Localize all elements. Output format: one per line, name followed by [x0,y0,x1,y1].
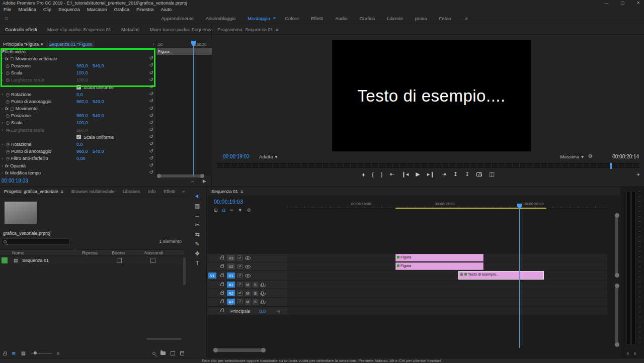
minimize-button[interactable]: — [605,1,609,5]
linked-selection-icon[interactable]: ∞ [230,208,233,213]
menu-aiuto[interactable]: Aiuto [157,7,175,12]
mute-button[interactable]: M [245,282,251,288]
workspace-fabio[interactable]: Fabio [433,13,457,24]
new-bin-button[interactable] [160,351,166,355]
add-marker-icon[interactable]: ▼ [238,208,243,213]
effect-row[interactable]: › fx Opacità ↺ [0,162,156,169]
track-lane-a3[interactable] [287,298,607,306]
playhead-line[interactable] [193,41,194,175]
reset-icon[interactable]: ↺ [149,141,153,146]
close-button[interactable]: ✕ [636,1,640,5]
reset-icon[interactable]: ↺ [149,120,153,125]
uniform-scale-checkbox[interactable]: ✓ [76,135,81,139]
track-target-a3[interactable]: A3 [227,299,235,305]
button-editor-plus[interactable]: + [636,171,640,178]
program-scrubber[interactable] [216,163,640,168]
track-target-v1[interactable]: V1 [227,273,235,279]
list-view-button[interactable]: ≣ [12,350,16,356]
stopwatch-icon[interactable]: ◷ [5,92,11,97]
voiceover-mic-icon[interactable] [261,300,264,304]
track-lock-icon[interactable] [220,257,224,259]
value-field[interactable]: 960,0 [76,113,88,118]
delete-button[interactable] [180,351,184,355]
track-output-eye-icon[interactable] [245,256,251,260]
workspace-apprendimento[interactable]: Apprendimento [155,13,199,24]
keyframe-clip-bar[interactable]: Figura [156,48,212,55]
track-lane-a1[interactable] [287,281,607,289]
fx-badge-icon[interactable]: fx [5,163,9,168]
workspace-montaggio[interactable]: Montaggio [242,13,276,24]
track-lock-icon[interactable] [220,284,224,286]
play-button[interactable]: ▶ [416,171,420,177]
reset-icon[interactable]: ↺ [149,84,153,89]
sync-lock-icon[interactable]: ⇄ [237,291,243,296]
find-button[interactable] [152,352,155,355]
menu-file[interactable]: File [0,7,15,12]
work-area-bar[interactable] [395,208,546,209]
tab-controllo-effetti[interactable]: Controllo effetti [0,24,42,35]
keyframe-hscrollbar[interactable] [159,174,202,177]
export-frame-button[interactable] [476,172,482,176]
reset-icon[interactable]: ↺ [149,55,153,61]
clip-figura-v3[interactable]: Figura [395,254,484,261]
effect-row[interactable]: › fx Modifica tempo ↺ [0,169,156,176]
timeline-settings-icon[interactable]: ⚙ [247,208,251,213]
project-search-box[interactable] [2,238,70,245]
tool-pen[interactable]: ✎ [195,241,199,247]
effect-controls-timecode[interactable]: 00:00:19:03 [2,178,28,184]
workspace-colore[interactable]: Colore [279,13,305,24]
track-target-a1[interactable]: A1 [227,282,235,288]
value-field[interactable]: 0,0 [76,92,83,97]
workspace-librerie[interactable]: Librerie [381,13,409,24]
stopwatch-icon[interactable]: ◷ [5,77,11,82]
menu-sequenza[interactable]: Sequenza [55,7,84,12]
track-output-eye-icon[interactable] [245,265,251,268]
track-target-v3[interactable]: V3 [227,255,235,261]
stopwatch-icon[interactable]: ◷ [5,120,11,125]
workspace-effetti[interactable]: Effetti [305,13,329,24]
project-item-row[interactable]: ▤ Sequenza 01 [0,257,184,264]
track-lane-a2[interactable] [287,289,607,297]
reset-icon[interactable]: ↺ [149,134,153,139]
keyframe-ruler[interactable]: :00 00:00:20 [156,41,212,48]
track-output-eye-icon[interactable] [245,274,251,278]
value-field[interactable]: 540,0 [93,149,104,154]
nest-toggle-icon[interactable]: ⊡ [214,208,218,213]
workspace-grafica[interactable]: Grafica [353,13,381,24]
twirl-icon[interactable]: › [0,56,5,61]
timeline-playhead-line[interactable] [519,204,520,348]
reset-icon[interactable]: ↺ [149,148,153,154]
fx-badge-icon[interactable]: fx [5,170,9,175]
new-item-button[interactable] [171,351,175,355]
twirl-icon[interactable]: › [0,78,5,82]
timeline-vscrollbar-audio[interactable] [615,286,618,345]
reset-icon[interactable]: ↺ [149,98,153,104]
menu-grafica[interactable]: Grafica [110,7,133,12]
stopwatch-icon[interactable]: ◷ [5,128,11,133]
track-lock-icon[interactable] [220,292,224,295]
timeline-vscrollbar-video[interactable] [615,215,618,276]
effect-controls-source-tab[interactable]: Principale *Figura ▾ [0,41,46,48]
uniform-scale-checkbox[interactable]: ✓ [76,85,81,89]
nascondi-checkbox[interactable] [150,258,155,263]
program-video-frame[interactable]: Testo di esempio.... [332,40,531,151]
track-target-v2[interactable]: V2 [227,263,235,269]
twirl-icon[interactable]: › [0,121,5,125]
tool-slip[interactable]: ⇆ [195,231,199,237]
tool-razor[interactable]: ✂ [195,222,199,228]
project-hscrollbar[interactable] [146,338,182,340]
reset-icon[interactable]: ↺ [149,169,153,175]
timeline-hscrollbar[interactable] [215,348,264,352]
maximize-button[interactable]: ▢ [621,1,625,5]
tab-progetto[interactable]: Progetto: grafica_vettoriale ≡ [0,187,67,197]
panel-menu-icon[interactable]: ≡ [276,24,279,35]
thumbnail-zoom-slider[interactable] [31,353,52,353]
track-lane-v3[interactable]: Figura [287,254,607,262]
fx-badge-icon[interactable]: fx [5,106,9,111]
value-field[interactable]: 100,0 [76,120,88,125]
voiceover-mic-icon[interactable] [261,291,264,295]
twirl-icon[interactable]: › [0,128,5,132]
tab-info[interactable]: Info [144,187,159,197]
workspace-audio[interactable]: Audio [329,13,353,24]
solo-button[interactable]: S [253,282,258,288]
